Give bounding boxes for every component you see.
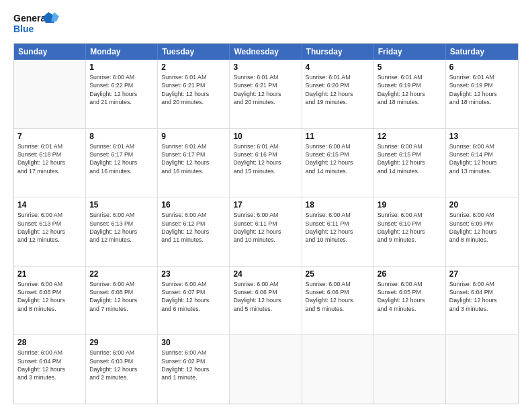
day-cell-13: 13Sunrise: 6:00 AMSunset: 6:14 PMDayligh…	[446, 129, 518, 197]
day-info: Sunrise: 6:00 AMSunset: 6:12 PMDaylight:…	[161, 211, 226, 244]
day-number: 28	[17, 338, 82, 347]
day-info: Sunrise: 6:00 AMSunset: 6:13 PMDaylight:…	[89, 211, 154, 244]
calendar-body: 1Sunrise: 6:00 AMSunset: 6:22 PMDaylight…	[14, 60, 518, 404]
day-number: 3	[233, 62, 298, 72]
day-number: 4	[306, 62, 370, 72]
day-number: 27	[449, 269, 515, 279]
day-info: Sunrise: 6:01 AMSunset: 6:19 PMDaylight:…	[378, 73, 442, 106]
day-info: Sunrise: 6:00 AMSunset: 6:13 PMDaylight:…	[17, 211, 82, 244]
day-number: 22	[89, 269, 154, 279]
day-number: 17	[233, 200, 298, 210]
day-number: 12	[378, 132, 442, 141]
day-cell-10: 10Sunrise: 6:01 AMSunset: 6:16 PMDayligh…	[230, 129, 302, 197]
day-number: 29	[89, 338, 154, 347]
day-info: Sunrise: 6:00 AMSunset: 6:04 PMDaylight:…	[449, 280, 515, 313]
day-info: Sunrise: 6:00 AMSunset: 6:06 PMDaylight:…	[233, 280, 298, 313]
day-number: 18	[306, 200, 370, 210]
day-number: 26	[378, 269, 442, 279]
day-cell-18: 18Sunrise: 6:00 AMSunset: 6:11 PMDayligh…	[302, 197, 374, 266]
day-info: Sunrise: 6:01 AMSunset: 6:17 PMDaylight:…	[89, 142, 154, 175]
day-cell-22: 22Sunrise: 6:00 AMSunset: 6:08 PMDayligh…	[86, 267, 158, 335]
day-number: 23	[161, 269, 226, 279]
day-info: Sunrise: 6:00 AMSunset: 6:04 PMDaylight:…	[17, 349, 82, 381]
logo-svg: GeneralBlue	[13, 11, 60, 36]
day-info: Sunrise: 6:00 AMSunset: 6:05 PMDaylight:…	[378, 280, 442, 313]
header-day-monday: Monday	[86, 44, 158, 60]
day-cell-24: 24Sunrise: 6:00 AMSunset: 6:06 PMDayligh…	[230, 267, 302, 335]
day-cell-28: 28Sunrise: 6:00 AMSunset: 6:04 PMDayligh…	[14, 335, 86, 404]
day-info: Sunrise: 6:00 AMSunset: 6:14 PMDaylight:…	[449, 142, 515, 175]
day-info: Sunrise: 6:00 AMSunset: 6:07 PMDaylight:…	[161, 280, 226, 313]
day-number: 11	[306, 132, 370, 141]
day-cell-12: 12Sunrise: 6:00 AMSunset: 6:15 PMDayligh…	[374, 129, 446, 197]
day-cell-2: 2Sunrise: 6:01 AMSunset: 6:21 PMDaylight…	[158, 60, 230, 128]
day-number: 9	[161, 132, 226, 141]
empty-cell	[374, 335, 446, 404]
day-info: Sunrise: 6:01 AMSunset: 6:19 PMDaylight:…	[449, 73, 515, 106]
logo: GeneralBlue	[13, 11, 60, 36]
day-cell-6: 6Sunrise: 6:01 AMSunset: 6:19 PMDaylight…	[446, 60, 518, 128]
day-number: 24	[233, 269, 298, 279]
day-info: Sunrise: 6:00 AMSunset: 6:08 PMDaylight:…	[89, 280, 154, 313]
day-info: Sunrise: 6:00 AMSunset: 6:09 PMDaylight:…	[449, 211, 515, 244]
day-cell-11: 11Sunrise: 6:00 AMSunset: 6:15 PMDayligh…	[302, 129, 374, 197]
header: GeneralBlue	[13, 11, 519, 36]
day-cell-8: 8Sunrise: 6:01 AMSunset: 6:17 PMDaylight…	[86, 129, 158, 197]
day-info: Sunrise: 6:00 AMSunset: 6:11 PMDaylight:…	[233, 211, 298, 244]
day-number: 30	[161, 338, 226, 347]
day-info: Sunrise: 6:01 AMSunset: 6:16 PMDaylight:…	[233, 142, 298, 175]
day-number: 10	[233, 132, 298, 141]
day-cell-29: 29Sunrise: 6:00 AMSunset: 6:03 PMDayligh…	[86, 335, 158, 404]
day-number: 19	[378, 200, 442, 210]
day-info: Sunrise: 6:00 AMSunset: 6:02 PMDaylight:…	[161, 349, 226, 381]
page: GeneralBlue SundayMondayTuesdayWednesday…	[0, 0, 532, 411]
day-cell-23: 23Sunrise: 6:00 AMSunset: 6:07 PMDayligh…	[158, 267, 230, 335]
day-cell-19: 19Sunrise: 6:00 AMSunset: 6:10 PMDayligh…	[374, 197, 446, 266]
header-day-friday: Friday	[374, 44, 446, 60]
day-cell-14: 14Sunrise: 6:00 AMSunset: 6:13 PMDayligh…	[14, 197, 86, 266]
day-info: Sunrise: 6:00 AMSunset: 6:06 PMDaylight:…	[306, 280, 370, 313]
day-cell-26: 26Sunrise: 6:00 AMSunset: 6:05 PMDayligh…	[374, 267, 446, 335]
header-day-saturday: Saturday	[446, 44, 518, 60]
day-number: 8	[89, 132, 154, 141]
calendar: SundayMondayTuesdayWednesdayThursdayFrid…	[13, 43, 519, 404]
day-number: 21	[17, 269, 82, 279]
day-info: Sunrise: 6:01 AMSunset: 6:20 PMDaylight:…	[306, 73, 370, 106]
day-info: Sunrise: 6:00 AMSunset: 6:11 PMDaylight:…	[306, 211, 370, 244]
empty-cell	[230, 335, 302, 404]
empty-cell	[302, 335, 374, 404]
day-number: 13	[449, 132, 515, 141]
day-cell-16: 16Sunrise: 6:00 AMSunset: 6:12 PMDayligh…	[158, 197, 230, 266]
day-info: Sunrise: 6:00 AMSunset: 6:08 PMDaylight:…	[17, 280, 82, 313]
day-info: Sunrise: 6:00 AMSunset: 6:15 PMDaylight:…	[378, 142, 442, 175]
day-info: Sunrise: 6:01 AMSunset: 6:21 PMDaylight:…	[233, 73, 298, 106]
day-info: Sunrise: 6:01 AMSunset: 6:18 PMDaylight:…	[17, 142, 82, 175]
empty-cell	[446, 335, 518, 404]
day-number: 25	[306, 269, 370, 279]
day-cell-7: 7Sunrise: 6:01 AMSunset: 6:18 PMDaylight…	[14, 129, 86, 197]
day-cell-20: 20Sunrise: 6:00 AMSunset: 6:09 PMDayligh…	[446, 197, 518, 266]
day-number: 1	[89, 62, 154, 72]
day-info: Sunrise: 6:00 AMSunset: 6:10 PMDaylight:…	[378, 211, 442, 244]
day-number: 6	[449, 62, 515, 72]
day-cell-5: 5Sunrise: 6:01 AMSunset: 6:19 PMDaylight…	[374, 60, 446, 128]
header-day-wednesday: Wednesday	[230, 44, 302, 60]
day-cell-25: 25Sunrise: 6:00 AMSunset: 6:06 PMDayligh…	[302, 267, 374, 335]
day-number: 16	[161, 200, 226, 210]
header-day-sunday: Sunday	[14, 44, 86, 60]
calendar-header: SundayMondayTuesdayWednesdayThursdayFrid…	[14, 44, 518, 60]
calendar-row-2: 7Sunrise: 6:01 AMSunset: 6:18 PMDaylight…	[14, 128, 518, 197]
day-info: Sunrise: 6:00 AMSunset: 6:15 PMDaylight:…	[306, 142, 370, 175]
calendar-row-3: 14Sunrise: 6:00 AMSunset: 6:13 PMDayligh…	[14, 197, 518, 266]
day-cell-15: 15Sunrise: 6:00 AMSunset: 6:13 PMDayligh…	[86, 197, 158, 266]
day-cell-30: 30Sunrise: 6:00 AMSunset: 6:02 PMDayligh…	[158, 335, 230, 404]
header-day-thursday: Thursday	[302, 44, 374, 60]
day-info: Sunrise: 6:00 AMSunset: 6:03 PMDaylight:…	[89, 349, 154, 381]
day-cell-27: 27Sunrise: 6:00 AMSunset: 6:04 PMDayligh…	[446, 267, 518, 335]
day-cell-4: 4Sunrise: 6:01 AMSunset: 6:20 PMDaylight…	[302, 60, 374, 128]
day-cell-21: 21Sunrise: 6:00 AMSunset: 6:08 PMDayligh…	[14, 267, 86, 335]
day-number: 14	[17, 200, 82, 210]
day-number: 20	[449, 200, 515, 210]
day-cell-3: 3Sunrise: 6:01 AMSunset: 6:21 PMDaylight…	[230, 60, 302, 128]
calendar-row-1: 1Sunrise: 6:00 AMSunset: 6:22 PMDaylight…	[14, 60, 518, 128]
